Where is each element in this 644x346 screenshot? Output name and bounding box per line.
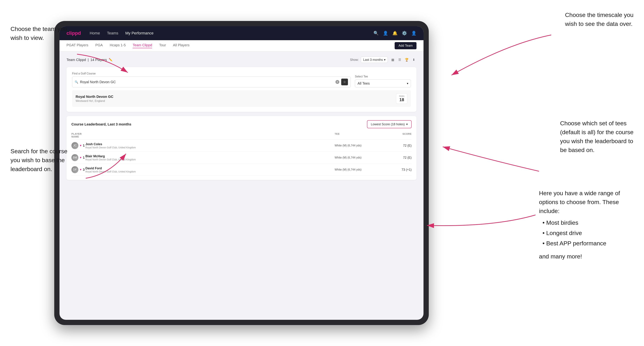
player-club-3: Royal North Devon Golf Club, United King…: [86, 170, 334, 173]
holes-number: 18: [399, 97, 404, 102]
player-rank-2: BM ♥ 1: [72, 154, 86, 161]
sub-nav-hcaps[interactable]: Hcaps 1-5: [110, 43, 126, 48]
sub-nav-tour[interactable]: Tour: [159, 43, 166, 48]
tee-info-2: White (M) (6,744 yds): [334, 156, 384, 159]
annotation-mid-left: Search for the course you wish to base t…: [10, 147, 68, 173]
tee-info-3: White (M) (6,744 yds): [334, 168, 384, 171]
view-icons: ▦ ☰ 🏆 ⬇: [390, 57, 416, 63]
search-row: Find a Golf Course 🔍 ✕ ☆ Select Tee All …: [72, 72, 411, 87]
sub-nav-pga[interactable]: PGA: [96, 43, 103, 48]
player-info-2: Blair McHarg Royal North Devon Golf Club…: [86, 155, 334, 161]
find-course-label: Find a Golf Course: [72, 72, 351, 75]
tee-value: All Tees: [358, 81, 370, 85]
trophy-icon[interactable]: 🏆: [404, 57, 410, 63]
nav-home[interactable]: Home: [90, 31, 100, 35]
avatar-2: BM: [72, 154, 78, 161]
player-name-3: David Ford: [86, 167, 334, 170]
team-header: Team Clippd | 14 Players ✏️ Show: Last 3…: [66, 57, 416, 63]
heart-icon-2: ♥: [80, 156, 82, 159]
list-view-icon[interactable]: ☰: [397, 57, 402, 63]
time-range-dropdown[interactable]: Last 3 months ▾: [361, 57, 388, 63]
time-range-value: Last 3 months: [363, 58, 383, 62]
team-name: Team Clippd: [66, 58, 86, 62]
heart-icon-3: ♥: [80, 168, 82, 171]
edit-icon[interactable]: ✏️: [109, 58, 112, 62]
annotation-top-left: Choose the team you wish to view.: [10, 24, 67, 42]
annotation-bottom-right: Here you have a wide range of options to…: [539, 189, 634, 261]
favorite-button[interactable]: ☆: [341, 78, 348, 85]
tee-info-1: White (M) (6,744 yds): [334, 144, 384, 147]
leaderboard-header: Course Leaderboard, Last 3 months Lowest…: [72, 120, 412, 128]
col-score: SCORE: [384, 133, 412, 138]
player-name-1: Josh Coles: [86, 142, 334, 146]
bottom-right-title: Here you have a wide range of options to…: [539, 189, 634, 215]
col-tee-header: [86, 133, 334, 138]
course-result: Royal North Devon GC Westward Ho!, Engla…: [72, 90, 411, 107]
table-row: JC ♥ 1 Josh Coles Royal North Devon Golf…: [72, 140, 412, 152]
nav-teams[interactable]: Teams: [107, 31, 118, 35]
annotation-top-right: Choose the timescale you wish to see the…: [565, 10, 634, 28]
annotation-mid-right: Choose which set of tees (default is all…: [560, 119, 634, 155]
score-type-button[interactable]: Lowest Score (18 holes) ▾: [367, 120, 412, 128]
annotation-mid-right-text: Choose which set of tees (default is all…: [560, 120, 634, 153]
bell-icon[interactable]: 🔔: [392, 31, 398, 36]
bullet-list: • Most birdies • Longest drive • Best AP…: [539, 218, 634, 248]
show-controls: Show: Last 3 months ▾ ▦ ☰ 🏆 ⬇: [350, 57, 416, 63]
holes-badge: Holes 18: [396, 93, 408, 104]
leaderboard-table: PLAYER NAME TEE SCORE JC ♥ 1: [72, 131, 412, 176]
nav-my-performance[interactable]: My Performance: [125, 31, 154, 35]
show-label: Show:: [350, 58, 359, 62]
grid-view-icon[interactable]: ▦: [390, 57, 396, 63]
sub-nav-team-clippd[interactable]: Team Clippd: [133, 43, 152, 48]
sub-nav-pgat[interactable]: PGAT Players: [66, 43, 88, 48]
holes-label: Holes: [399, 95, 404, 97]
col-tee: TEE: [334, 133, 384, 138]
separator: |: [88, 58, 88, 62]
settings-icon[interactable]: ⚙️: [402, 31, 407, 36]
rank-2: 1: [83, 156, 85, 160]
player-count: 14 Players: [90, 58, 107, 62]
add-team-button[interactable]: Add Team: [394, 42, 416, 49]
course-info: Royal North Devon GC Westward Ho!, Engla…: [76, 95, 114, 103]
search-card: Find a Golf Course 🔍 ✕ ☆ Select Tee All …: [66, 67, 416, 112]
search-icon[interactable]: 🔍: [374, 31, 379, 36]
leaderboard-title: Course Leaderboard, Last 3 months: [72, 122, 131, 126]
sub-nav-all-players[interactable]: All Players: [173, 43, 189, 48]
rank-3: 3: [83, 168, 85, 172]
bullet-2: • Longest drive: [542, 229, 634, 237]
player-info-3: David Ford Royal North Devon Golf Club, …: [86, 167, 334, 173]
tee-select-dropdown[interactable]: All Tees ▾: [355, 79, 411, 87]
course-result-location: Westward Ho!, England: [76, 99, 114, 103]
nav-links: Home Teams My Performance: [90, 31, 374, 35]
search-group: Find a Golf Course 🔍 ✕ ☆: [72, 72, 351, 87]
table-row: DF ♥ 3 David Ford Royal North Devon Golf…: [72, 164, 412, 176]
bottom-right-footnote: and many more!: [539, 252, 634, 261]
table-row: BM ♥ 1 Blair McHarg Royal North Devon Go…: [72, 152, 412, 164]
score-type-chevron-icon: ▾: [406, 122, 408, 126]
ipad-screen: clippd Home Teams My Performance 🔍 👤 🔔 ⚙…: [60, 26, 424, 320]
leaderboard-title-text: Course Leaderboard,: [72, 122, 106, 126]
sub-nav: PGAT Players PGA Hcaps 1-5 Team Clippd T…: [60, 40, 424, 51]
user-icon[interactable]: 👤: [383, 31, 388, 36]
col-player: PLAYER NAME: [72, 133, 86, 138]
heart-icon-1: ♥: [80, 144, 82, 147]
download-icon[interactable]: ⬇: [411, 57, 416, 63]
avatar-img-3: DF: [72, 166, 78, 173]
avatar-3: DF: [72, 166, 78, 173]
score-2: 72 (E): [384, 156, 412, 160]
avatar-img-1: JC: [72, 142, 78, 149]
tee-chevron-icon: ▾: [407, 82, 408, 85]
player-club-1: Royal North Devon Golf Club, United King…: [86, 146, 334, 149]
sub-nav-links: PGAT Players PGA Hcaps 1-5 Team Clippd T…: [66, 43, 394, 48]
profile-icon[interactable]: 👤: [411, 31, 416, 36]
player-name-2: Blair McHarg: [86, 155, 334, 158]
player-rank-3: DF ♥ 3: [72, 166, 86, 173]
table-header: PLAYER NAME TEE SCORE: [72, 131, 412, 140]
course-search-input[interactable]: [80, 80, 334, 84]
app-logo: clippd: [66, 30, 81, 36]
annotation-mid-left-text: Search for the course you wish to base t…: [10, 148, 68, 172]
bullet-1: • Most birdies: [542, 218, 634, 227]
score-1: 72 (E): [384, 144, 412, 148]
annotation-top-right-text: Choose the timescale you wish to see the…: [565, 11, 634, 27]
clear-search-button[interactable]: ✕: [336, 80, 339, 84]
